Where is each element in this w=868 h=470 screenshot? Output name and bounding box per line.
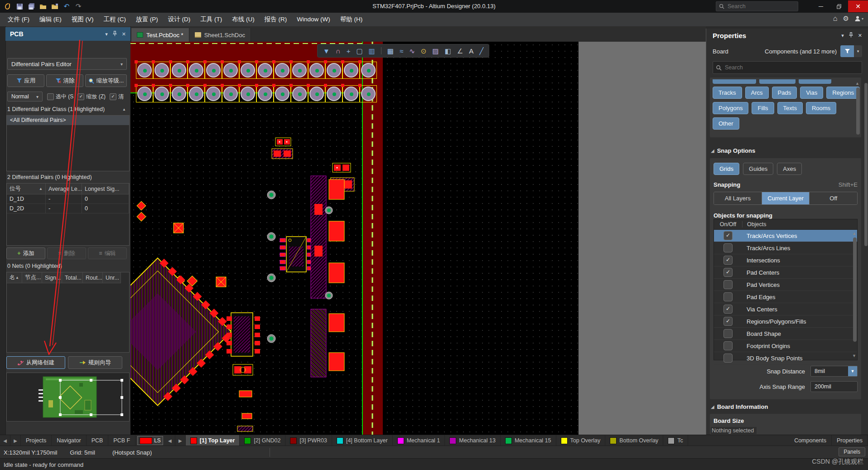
create-from-nets-button[interactable]: 从网络创建: [6, 356, 65, 369]
pairs-column-header[interactable]: Average Le...: [46, 184, 82, 194]
table-row[interactable]: D_2D-0: [7, 204, 129, 213]
clear-filter-button[interactable]: 清除: [46, 74, 83, 87]
properties-menu-icon[interactable]: ▾: [841, 33, 844, 39]
snap-object-row[interactable]: ✓Pad Centers: [714, 266, 857, 279]
snapping-mode-all-layers[interactable]: All Layers: [714, 192, 762, 204]
layer-scroll-right-icon[interactable]: ▶: [175, 435, 186, 446]
menu-item-6[interactable]: 设计 (D): [163, 13, 196, 26]
nav-tab-pcb-f[interactable]: PCB F: [108, 435, 135, 446]
panel-menu-icon[interactable]: ▾: [105, 31, 108, 37]
snap-object-row[interactable]: Board Shape: [714, 328, 857, 340]
snap-object-row[interactable]: ✓Intersections: [714, 254, 857, 266]
display-mode-dropdown[interactable]: Normal▾: [7, 92, 43, 102]
route-icon[interactable]: ≈: [400, 48, 403, 54]
snap-distance-dropdown[interactable]: 8mil ▼: [810, 366, 858, 377]
table-scroll-down-icon[interactable]: ▼: [852, 354, 856, 358]
close-panel-icon[interactable]: ✕: [122, 31, 126, 37]
snapping-mode-off[interactable]: Off: [810, 192, 857, 204]
panel-tab-components[interactable]: Components: [789, 435, 832, 446]
cross-icon[interactable]: +: [347, 48, 351, 54]
angle-icon[interactable]: ∠: [457, 48, 463, 54]
doc-tab-1[interactable]: Test.PcbDoc *: [131, 28, 189, 42]
open-project-icon[interactable]: [50, 1, 60, 11]
filter-button-texts[interactable]: Texts: [777, 102, 803, 114]
editor-mode-dropdown[interactable]: Differential Pairs Editor▾: [7, 58, 127, 70]
panel-scroll-left-icon[interactable]: ◀: [0, 435, 10, 446]
checkbox-icon[interactable]: ✓: [723, 231, 733, 240]
open-icon[interactable]: [38, 1, 48, 11]
collapse-icon[interactable]: ▲: [122, 107, 126, 111]
layer-scroll-left-icon[interactable]: ◀: [165, 435, 175, 446]
snap-object-row[interactable]: ✓Track/Arcs Vertices: [714, 230, 857, 242]
checkbox-icon[interactable]: [723, 280, 733, 289]
filter-button-tracks[interactable]: Tracks: [713, 87, 742, 99]
menu-item-2[interactable]: 编辑 (E): [34, 13, 67, 26]
close-button[interactable]: ✕: [848, 0, 868, 12]
save-icon[interactable]: [14, 1, 24, 11]
layer-tab[interactable]: [1] Top Layer: [186, 435, 240, 446]
axis-snap-range-input[interactable]: 200mil: [810, 381, 858, 392]
layer-tab[interactable]: Mechanical 13: [445, 435, 501, 446]
layer-tab[interactable]: Mechanical 15: [501, 435, 556, 446]
pin-icon[interactable]: [112, 31, 117, 37]
pairs-column-header[interactable]: Longest Sig...: [82, 184, 129, 194]
panel-tab-properties[interactable]: Properties: [832, 435, 868, 446]
menu-item-1[interactable]: 文件 (F): [3, 13, 34, 26]
filter-button-fills[interactable]: Fills: [752, 102, 774, 114]
menu-item-5[interactable]: 放置 (P): [131, 13, 163, 26]
selection-icon[interactable]: ▢: [356, 48, 362, 54]
snap-object-row[interactable]: Track/Arcs Lines: [714, 242, 857, 254]
board-information-section-header[interactable]: ◢ Board Information: [711, 403, 768, 410]
filter-scrollbar[interactable]: [856, 87, 860, 135]
layer-tab[interactable]: [3] PWR03: [285, 435, 332, 446]
properties-scrollbar[interactable]: [864, 83, 868, 246]
undo-icon[interactable]: ↶: [62, 1, 72, 11]
zoom-level-button[interactable]: 缩放等级...: [85, 74, 127, 87]
properties-search[interactable]: [713, 61, 862, 74]
menu-item-4[interactable]: 工程 (C): [99, 13, 131, 26]
menu-item-11[interactable]: 帮助 (H): [335, 13, 368, 26]
filter-button-rooms[interactable]: Rooms: [806, 102, 836, 114]
add-pair-button[interactable]: + 添加: [6, 247, 45, 259]
board-preview[interactable]: [6, 373, 130, 422]
properties-close-icon[interactable]: ✕: [858, 33, 862, 39]
key-icon[interactable]: ⊙: [421, 48, 427, 54]
filter-button-arcs[interactable]: Arcs: [745, 87, 769, 99]
pairs-column-header[interactable]: 位号▲: [7, 184, 46, 194]
snap-button-axes[interactable]: Axes: [777, 163, 802, 175]
pair-class-item[interactable]: <All Differential Pairs>: [7, 116, 129, 125]
checkbox-icon[interactable]: [723, 341, 733, 350]
table-scroll-up-icon[interactable]: ▲: [852, 231, 856, 236]
snap-options-section-header[interactable]: ◢ Snap Options: [711, 147, 755, 154]
checkbox-icon[interactable]: ✓: [723, 317, 733, 326]
nets-column-header[interactable]: Sign...: [42, 272, 62, 283]
layer-tab[interactable]: Mechanical 1: [393, 435, 445, 446]
properties-search-input[interactable]: [724, 64, 816, 71]
menu-item-8[interactable]: 布线 (U): [227, 13, 260, 26]
scope-filter-dropdown[interactable]: ▾: [854, 45, 862, 57]
pcb-check-1[interactable]: 选中 (S: [47, 93, 73, 101]
snap-object-row[interactable]: Pad Vertices: [714, 279, 857, 291]
menu-item-9[interactable]: 报告 (R): [260, 13, 292, 26]
checkbox-icon[interactable]: ✓: [723, 305, 733, 314]
checkbox-icon[interactable]: [723, 329, 733, 338]
titlebar-search[interactable]: [716, 1, 798, 11]
properties-pin-icon[interactable]: [849, 32, 854, 39]
menu-item-3[interactable]: 视图 (V): [67, 13, 99, 26]
snap-object-row[interactable]: Footprint Origins: [714, 340, 857, 352]
menu-item-10[interactable]: Window (W): [292, 13, 335, 25]
user-account-icon[interactable]: ▾: [854, 15, 863, 22]
filter-button-other[interactable]: Other: [713, 117, 739, 130]
menu-item-7[interactable]: 工具 (T): [195, 13, 227, 26]
snap-object-row[interactable]: Pad Edges: [714, 291, 857, 303]
magnet-icon[interactable]: ∩: [336, 48, 341, 54]
panel-scroll-right-icon[interactable]: ▶: [10, 435, 21, 446]
search-input[interactable]: [727, 3, 783, 10]
checkbox-icon[interactable]: ✓: [723, 256, 733, 265]
table-scrollbar[interactable]: [853, 237, 857, 342]
chip-icon[interactable]: ▦: [387, 48, 394, 54]
histogram-icon[interactable]: ▥: [369, 48, 375, 54]
pair-class-list[interactable]: <All Differential Pairs>: [6, 115, 130, 171]
layer-tab[interactable]: Bottom Overlay: [605, 435, 663, 446]
scroll-up-icon[interactable]: ▲: [855, 81, 859, 86]
